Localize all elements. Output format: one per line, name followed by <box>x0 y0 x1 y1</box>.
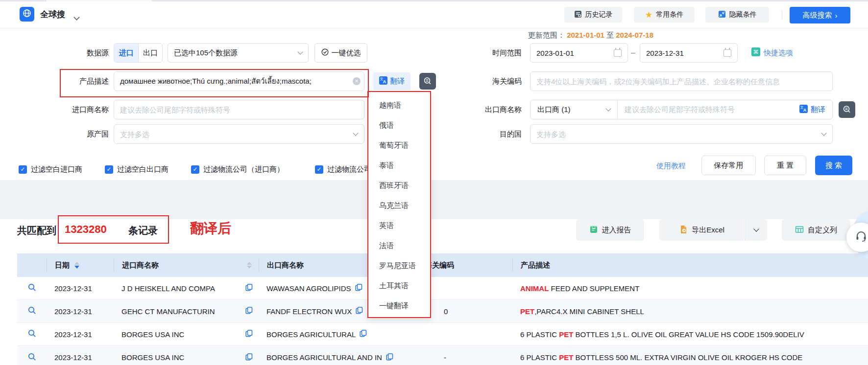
menu-item-spanish[interactable]: 西班牙语 <box>368 175 430 195</box>
copy-icon[interactable] <box>360 330 367 339</box>
translate-button[interactable]: 文A 翻译 <box>373 72 410 90</box>
checkbox-checked-icon: ✓ <box>315 165 323 174</box>
cell-desc: ANIMAL FEED AND SUPPLEMENT <box>512 284 868 293</box>
menu-item-turkish[interactable]: 土耳其语 <box>368 275 430 296</box>
table-header-desc: 产品描述 <box>513 261 868 270</box>
calendar-icon <box>723 49 731 57</box>
menu-item-ukrainian[interactable]: 乌克兰语 <box>368 195 430 215</box>
fuzzy-match-icon[interactable] <box>419 73 436 90</box>
filter-blank-importer-checkbox[interactable]: ✓ 过滤空白进口商 <box>19 165 82 174</box>
save-common-button[interactable]: 保存常用 <box>701 156 756 175</box>
title-chevron-down-icon[interactable] <box>74 13 79 22</box>
sort-icons[interactable] <box>247 262 252 269</box>
tab-import[interactable]: 进口 <box>114 44 138 62</box>
chevron-right-icon: › <box>835 11 838 20</box>
row-search-icon[interactable] <box>17 283 47 293</box>
translate-language-menu: 越南语 俄语 葡萄牙语 泰语 西班牙语 乌克兰语 英语 法语 罗马尼亚语 土耳其… <box>367 91 431 318</box>
cell-code: - <box>420 353 512 362</box>
custom-columns-button[interactable]: 自定义列 <box>782 219 850 241</box>
calendar-icon <box>614 49 622 57</box>
advanced-search-button[interactable]: 高级搜索 › <box>790 7 850 23</box>
exporter-translate-button[interactable]: 文A 翻译 <box>799 105 832 114</box>
end-date-input[interactable]: 2023-12-31 <box>640 43 738 63</box>
tutorial-link[interactable]: 使用教程 <box>656 161 686 171</box>
start-date-input[interactable]: 2023-01-01 <box>530 43 628 63</box>
copy-icon[interactable] <box>386 353 393 362</box>
destination-country-input[interactable] <box>530 124 833 144</box>
chevron-down-icon <box>605 106 611 111</box>
favorite-conditions-button[interactable]: ★ 常用条件 <box>634 7 695 23</box>
search-button[interactable]: 搜 索 <box>815 156 852 175</box>
menu-item-thai[interactable]: 泰语 <box>368 155 430 175</box>
hide-conditions-button[interactable]: 隐藏条件 <box>705 7 769 23</box>
exporter-input[interactable]: 建议去除公司尾部字符或特殊符号 <box>618 105 799 114</box>
enter-report-button[interactable]: 进入报告 <box>576 219 644 241</box>
match-count-number: 1323280 <box>65 223 107 236</box>
menu-item-english[interactable]: 英语 <box>368 215 430 235</box>
headset-icon <box>855 230 868 245</box>
origin-country-input[interactable] <box>114 124 364 144</box>
translate-icon: 文A <box>379 76 387 86</box>
cell-exporter: BORGES AGRICULTURAL <box>259 330 420 339</box>
menu-item-french[interactable]: 法语 <box>368 235 430 255</box>
copy-icon[interactable] <box>245 284 253 293</box>
page-title: 全球搜 <box>40 9 65 20</box>
product-desc-input[interactable] <box>114 71 364 91</box>
importer-input[interactable] <box>114 100 364 119</box>
update-range: 更新范围： 2021-01-01 至 2024-07-18 <box>528 31 653 40</box>
table-row: 2023-12-31 BORGES USA INC BORGES AGRICUL… <box>17 346 868 365</box>
table-header-date[interactable]: 日期 <box>47 261 114 270</box>
tab-export[interactable]: 出口 <box>138 44 162 62</box>
datasource-tabs: 进口 出口 <box>114 43 163 63</box>
history-button[interactable]: 历史记录 <box>564 7 622 23</box>
datasource-label: 数据源 <box>45 43 109 63</box>
hs-code-label: 海关编码 <box>458 71 522 91</box>
menu-item-portuguese[interactable]: 葡萄牙语 <box>368 135 430 155</box>
history-icon <box>574 10 582 20</box>
export-options-chevron[interactable] <box>745 219 767 241</box>
filter-blank-exporter-checkbox[interactable]: ✓ 过滤空白出口商 <box>105 165 169 174</box>
importer-label: 进口商名称 <box>45 100 109 119</box>
cell-date: 2023-12-31 <box>47 284 114 293</box>
row-search-icon[interactable] <box>17 306 47 316</box>
filter-logistics-importer-checkbox[interactable]: ✓ 过滤物流公司（进口商） <box>191 165 284 174</box>
highlighted-keyword: PET <box>559 353 573 362</box>
reset-button[interactable]: 重 置 <box>764 156 806 175</box>
excel-export-icon <box>679 225 688 235</box>
copy-icon[interactable] <box>356 307 363 316</box>
menu-item-translate-all[interactable]: 一键翻译 <box>368 296 430 316</box>
collapse-icon <box>718 10 726 20</box>
table-row: 2023-12-31 BORGES USA INC BORGES AGRICUL… <box>17 323 868 346</box>
product-desc-label: 产品描述 <box>45 71 109 91</box>
svg-text:A: A <box>803 108 807 113</box>
svg-text:⌘: ⌘ <box>753 49 759 55</box>
copy-icon[interactable] <box>245 353 253 362</box>
row-search-icon[interactable] <box>17 329 47 339</box>
menu-item-russian[interactable]: 俄语 <box>368 115 430 135</box>
star-icon: ★ <box>645 11 652 19</box>
globe-icon <box>23 9 31 20</box>
fuzzy-match-icon[interactable] <box>839 101 855 118</box>
report-icon <box>589 225 598 235</box>
cell-desc: 6 PLASTIC PET BOTTLESS 500 ML. EXTRA VIR… <box>512 353 868 362</box>
datasource-select[interactable]: 已选中105个数据源 <box>168 43 309 63</box>
copy-icon[interactable] <box>245 307 253 316</box>
checkbox-checked-icon: ✓ <box>105 165 113 174</box>
sort-icons[interactable] <box>74 262 79 269</box>
menu-item-romanian[interactable]: 罗马尼亚语 <box>368 255 430 275</box>
exporter-type-select[interactable]: 出口商 (1) <box>530 100 618 119</box>
copy-icon[interactable] <box>355 284 362 293</box>
clear-input-icon[interactable]: × <box>353 77 361 85</box>
copy-icon[interactable] <box>245 330 253 339</box>
row-search-icon[interactable] <box>17 353 47 363</box>
quick-options-button[interactable]: ⌘ 快捷选项 <box>751 47 793 58</box>
highlighted-keyword: PET <box>559 330 573 339</box>
one-key-optimize-button[interactable]: 一键优选 <box>314 43 367 63</box>
topbar-divider <box>782 10 782 20</box>
export-excel-button[interactable]: 导出Excel <box>659 219 744 241</box>
origin-country-label: 原产国 <box>45 124 109 144</box>
table-header-importer[interactable]: 进口商名称 <box>114 261 259 270</box>
menu-item-vietnamese[interactable]: 越南语 <box>368 95 430 115</box>
table-header-code: 海关编码 <box>421 261 512 270</box>
hs-code-input[interactable] <box>530 71 833 91</box>
